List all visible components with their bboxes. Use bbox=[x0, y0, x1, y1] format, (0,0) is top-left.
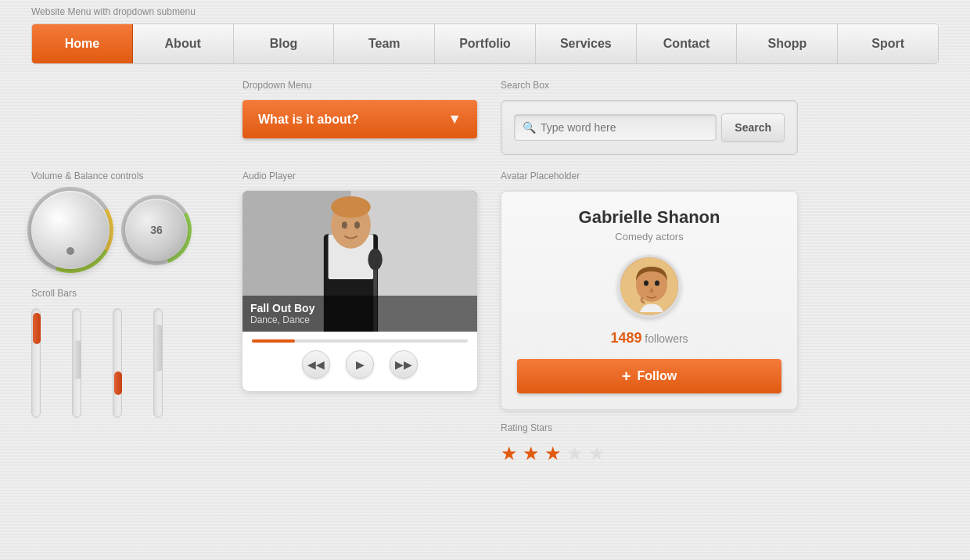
nav-item-team[interactable]: Team bbox=[334, 24, 435, 63]
nav-item-shopp[interactable]: Shopp bbox=[737, 24, 838, 63]
svg-point-9 bbox=[354, 221, 360, 228]
player-progress-bar[interactable] bbox=[252, 339, 468, 343]
dropdown-button[interactable]: What is it about? ▼ bbox=[242, 100, 477, 138]
search-box-container: 🔍 Search bbox=[501, 100, 798, 155]
followers-count: 1489 followers bbox=[517, 330, 781, 346]
scrollbar-2[interactable] bbox=[72, 308, 81, 418]
volume-knob[interactable] bbox=[31, 191, 110, 269]
page-title: Website Menu with dropdown submenu bbox=[0, 0, 970, 23]
nav-item-about[interactable]: About bbox=[133, 24, 234, 63]
svg-point-8 bbox=[342, 221, 347, 228]
follow-plus-icon: + bbox=[622, 368, 631, 384]
search-input-wrapper: 🔍 bbox=[514, 114, 717, 141]
search-icon: 🔍 bbox=[523, 121, 536, 134]
star-4[interactable]: ★ bbox=[566, 443, 584, 465]
scrollbar-1-thumb bbox=[33, 313, 41, 344]
follow-button-label: Follow bbox=[638, 369, 677, 383]
star-2[interactable]: ★ bbox=[523, 443, 540, 465]
avatar-name: Gabrielle Shanon bbox=[517, 207, 781, 228]
star-1[interactable]: ★ bbox=[501, 443, 518, 465]
avatar-role: Comedy actors bbox=[517, 231, 781, 242]
player-song-subtitle: Dance, Dance bbox=[250, 314, 469, 325]
right-section: Avatar Placeholder Gabrielle Shanon Come… bbox=[501, 171, 798, 465]
knob-area: 36 bbox=[31, 191, 219, 269]
player-forward-button[interactable]: ▶▶ bbox=[390, 350, 418, 379]
avatar-section-label: Avatar Placeholder bbox=[501, 171, 798, 181]
scrollbars-section-label: Scroll Bars bbox=[31, 288, 219, 299]
star-5[interactable]: ★ bbox=[588, 443, 605, 465]
scrollbar-4[interactable] bbox=[153, 308, 163, 418]
nav-item-home[interactable]: Home bbox=[32, 24, 133, 63]
nav-bar: Home About Blog Team Portfolio Services … bbox=[31, 23, 939, 64]
player-image: Fall Out Boy Dance, Dance bbox=[242, 191, 477, 332]
player-rewind-button[interactable]: ◀◀ bbox=[302, 350, 330, 379]
search-input[interactable] bbox=[541, 121, 708, 134]
scrollbar-1[interactable] bbox=[31, 308, 41, 418]
follow-button[interactable]: + Follow bbox=[517, 359, 781, 393]
volume-section-label: Volume & Balance controls bbox=[31, 171, 219, 181]
scrollbar-2-thumb bbox=[74, 340, 81, 379]
audio-player-section: Audio Player bbox=[242, 171, 477, 465]
svg-point-7 bbox=[331, 196, 371, 218]
nav-item-blog[interactable]: Blog bbox=[234, 24, 335, 63]
dropdown-arrow-icon: ▼ bbox=[447, 111, 462, 127]
audio-player-label: Audio Player bbox=[242, 171, 477, 181]
player-song-title: Fall Out Boy bbox=[250, 302, 469, 314]
scrollbar-4-thumb bbox=[155, 325, 163, 372]
stars-row: ★ ★ ★ ★ ★ bbox=[501, 443, 798, 465]
avatar-image bbox=[618, 255, 681, 318]
search-button[interactable]: Search bbox=[721, 113, 785, 142]
nav-item-services[interactable]: Services bbox=[536, 24, 637, 63]
nav-item-contact[interactable]: Contact bbox=[637, 24, 738, 63]
nav-item-portfolio[interactable]: Portfolio bbox=[435, 24, 536, 63]
volume-knob-dot bbox=[66, 247, 74, 255]
player-card: Fall Out Boy Dance, Dance ◀◀ ▶ ▶▶ bbox=[242, 191, 477, 391]
avatar-svg bbox=[620, 257, 681, 318]
star-3[interactable]: ★ bbox=[544, 443, 562, 465]
balance-knob-value: 36 bbox=[150, 224, 163, 236]
nav-item-sport[interactable]: Sport bbox=[838, 24, 938, 63]
search-section-label: Search Box bbox=[501, 80, 798, 91]
dropdown-section-label: Dropdown Menu bbox=[242, 80, 477, 91]
followers-label: followers bbox=[645, 332, 688, 345]
player-controls: ◀◀ ▶ ▶▶ bbox=[242, 350, 477, 379]
scrollbar-3[interactable] bbox=[113, 308, 122, 418]
svg-point-11 bbox=[368, 249, 382, 271]
scrollbars-area bbox=[31, 308, 219, 418]
scrollbar-3-thumb bbox=[114, 372, 122, 395]
followers-number: 1489 bbox=[610, 330, 641, 346]
player-play-button[interactable]: ▶ bbox=[346, 350, 374, 379]
svg-point-15 bbox=[655, 281, 659, 286]
player-overlay: Fall Out Boy Dance, Dance bbox=[242, 296, 477, 332]
rating-section-label: Rating Stars bbox=[501, 422, 798, 433]
balance-knob[interactable]: 36 bbox=[125, 199, 188, 261]
svg-point-14 bbox=[644, 281, 648, 286]
avatar-card: Gabrielle Shanon Comedy actors bbox=[501, 191, 798, 410]
left-sections: Volume & Balance controls 36 Scroll Bars bbox=[31, 171, 219, 465]
search-row: 🔍 Search bbox=[514, 113, 785, 142]
player-progress-fill bbox=[252, 339, 295, 343]
